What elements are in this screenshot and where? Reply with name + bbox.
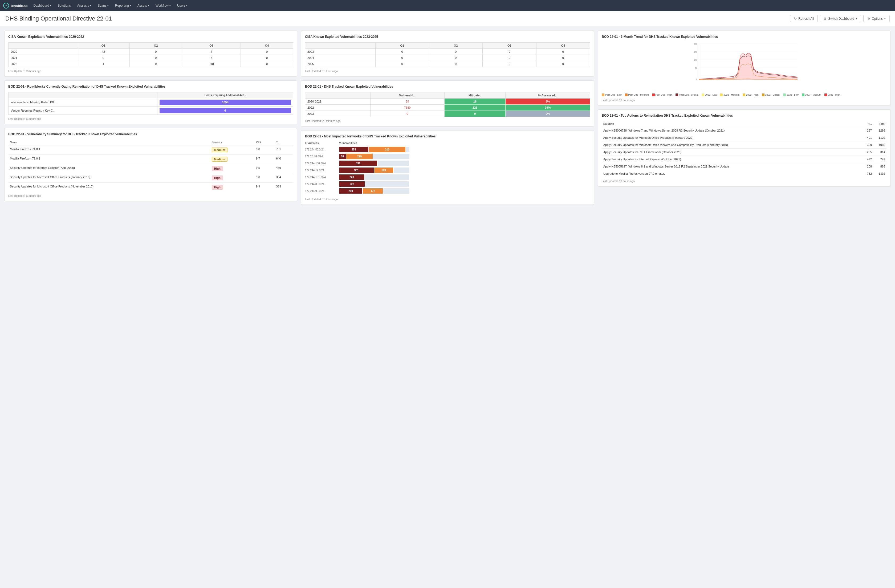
card-title-impacted: BOD 22-01 - Most Impacted Networks of DH… (305, 134, 590, 139)
nav-workflow[interactable]: Workflow ▾ (153, 3, 173, 9)
navbar: ● tenable.sc Dashboard ▾ Solutions Analy… (0, 0, 895, 11)
col-year (9, 42, 77, 48)
table-row: Mozilla Firefox < 74.0.1Medium9.0751 (8, 145, 293, 155)
svg-text:0: 0 (696, 78, 698, 80)
dark-bar: 301 (339, 168, 374, 173)
cisa-2023-table: Q1 Q2 Q3 Q4 202300002024000020250000 (305, 42, 590, 67)
list-item: 172.244.85.0/24 222 (305, 181, 590, 187)
last-updated: Last Updated: 26 minutes ago (305, 117, 590, 123)
legend-label: 2022 - Critical (765, 94, 780, 96)
nav-assets[interactable]: Assets ▾ (135, 3, 152, 9)
network-bars: 301 163 (339, 168, 590, 173)
header-actions: ↻ Refresh All ⊞ Switch Dashboard ▾ ⚙ Opt… (790, 15, 890, 23)
list-item: 172.244.99.0/24 200 172 (305, 188, 590, 194)
card-dhs-tracked: BOD 22-01 - DHS Tracked Known Exploited … (301, 80, 594, 126)
nav-dashboard[interactable]: Dashboard ▾ (31, 3, 54, 9)
card-title-cisa-2020: CISA Known Exploitable Vulnerabilities 2… (8, 35, 293, 39)
table-row: 20240000 (305, 55, 590, 61)
refresh-all-button[interactable]: ↻ Refresh All (790, 15, 818, 23)
severity-badge: Medium (212, 147, 228, 152)
legend-color (783, 94, 786, 96)
card-top-actions: BOD 22-01 - Top Actions to Remediation D… (598, 109, 891, 187)
chevron-down-icon: ▾ (856, 17, 857, 20)
col-q4: Q4 (536, 42, 590, 48)
col-q1: Q1 (375, 42, 429, 48)
list-item: 172.244.101.0/24 220 (305, 174, 590, 180)
gray-bar (378, 161, 409, 166)
card-title-roadblocks: BOD 22-01 - Roadblocks Currently Gating … (8, 85, 293, 89)
table-row: 2022768022399% (305, 105, 590, 111)
chevron-down-icon: ▾ (107, 4, 109, 7)
table-row: Apply KB5005627: Windows 8.1 and Windows… (602, 163, 887, 170)
last-updated: Last Updated: 13 hours ago (602, 96, 887, 102)
ip-label: 172.244.43.0/24 (305, 148, 337, 151)
options-button[interactable]: ⚙ Options ▾ (863, 15, 890, 23)
col-period (305, 92, 370, 98)
trend-chart-area: 200 150 100 50 0 (602, 42, 887, 90)
chevron-down-icon: ▾ (148, 4, 149, 7)
chevron-down-icon: ▾ (186, 4, 188, 7)
col-assessed: % Assessed... (505, 92, 590, 98)
chevron-down-icon: ▾ (884, 17, 886, 20)
nav-reporting[interactable]: Reporting ▾ (112, 3, 134, 9)
legend-color (743, 94, 745, 96)
col-year (305, 42, 376, 48)
ip-label: 172.244.85.0/24 (305, 183, 337, 186)
col-q2: Q2 (130, 42, 182, 48)
col-hosts: Hosts Requiring Additional Act... (157, 92, 293, 98)
legend-color (652, 94, 655, 96)
column-left: CISA Known Exploitable Vulnerabilities 2… (4, 30, 297, 205)
ip-label: 172.244.14.0/24 (305, 169, 337, 172)
network-bars: 220 (339, 174, 590, 180)
chart-legend: Past Due - LowPast Due - MediumPast Due … (602, 94, 887, 96)
network-list: 172.244.43.0/24 253 316 172.28.48.0/24 5… (305, 147, 590, 195)
nav-analysis[interactable]: Analysis ▾ (74, 3, 94, 9)
table-row: 20230000 (305, 48, 590, 55)
svg-text:150: 150 (694, 51, 698, 53)
col-vpr: VPR (254, 139, 275, 145)
dark-bar: 253 (339, 147, 369, 152)
legend-item: 2022 - Medium (720, 94, 739, 96)
col-empty (9, 92, 158, 98)
table-row: 202042040 (9, 48, 293, 55)
cisa-2020-table: Q1 Q2 Q3 Q4 202042040202100802022109180 (8, 42, 293, 67)
nav-scans[interactable]: Scans ▾ (95, 3, 111, 9)
column-right: BOD 22-01 - 3-Month Trend for DHS Tracke… (598, 30, 891, 205)
table-row: Apply Security Updates for Microsoft Off… (602, 134, 887, 141)
last-updated: Last Updated: 16 hours ago (8, 67, 293, 73)
card-title-trend: BOD 22-01 - 3-Month Trend for DHS Tracke… (602, 35, 887, 39)
nav-users[interactable]: Users ▾ (174, 3, 190, 9)
switch-dashboard-button[interactable]: ⊞ Switch Dashboard ▾ (820, 15, 861, 23)
network-bars: 253 316 (339, 147, 590, 152)
legend-color (802, 94, 804, 96)
col-h: H... (860, 121, 874, 127)
orange-bar: 316 (369, 147, 405, 152)
legend-item: Past Due - Low (602, 94, 622, 96)
col-ip-header: IP Address (305, 142, 337, 145)
card-title-actions: BOD 22-01 - Top Actions to Remediation D… (602, 114, 887, 118)
legend-label: Past Due - Critical (679, 94, 698, 96)
brand[interactable]: ● tenable.sc (3, 3, 28, 9)
list-item: 172.244.14.0/24 301 163 (305, 168, 590, 173)
col-severity: Severity (210, 139, 254, 145)
table-row: Security Updates for Microsoft Office Pr… (8, 183, 293, 192)
col-solution: Solution (602, 121, 860, 127)
legend-label: Past Due - Medium (628, 94, 649, 96)
column-mid: CISA Known Exploited Vulnerabilities 202… (301, 30, 594, 205)
nav-solutions[interactable]: Solutions (55, 3, 73, 9)
table-row: Windows Host Missing Rollup KB...1054 (9, 98, 293, 106)
card-title-dhs: BOD 22-01 - DHS Tracked Known Exploited … (305, 85, 590, 89)
table-row: 2023000% (305, 111, 590, 117)
gray-bar (383, 188, 410, 194)
orange-bar: 172 (363, 188, 383, 194)
gray-bar (394, 168, 410, 173)
col-name: Name (8, 139, 210, 145)
chevron-down-icon: ▾ (169, 4, 171, 7)
legend-item: Past Due - Critical (675, 94, 698, 96)
gray-bar (365, 181, 409, 187)
grid-icon: ⊞ (824, 17, 827, 21)
card-vuln-summary: BOD 22-01 - Vulnerability Summary for DH… (4, 128, 297, 202)
col-q3: Q3 (182, 42, 241, 48)
last-updated: Last Updated: 13 hours ago (305, 195, 590, 201)
legend-color (720, 94, 723, 96)
